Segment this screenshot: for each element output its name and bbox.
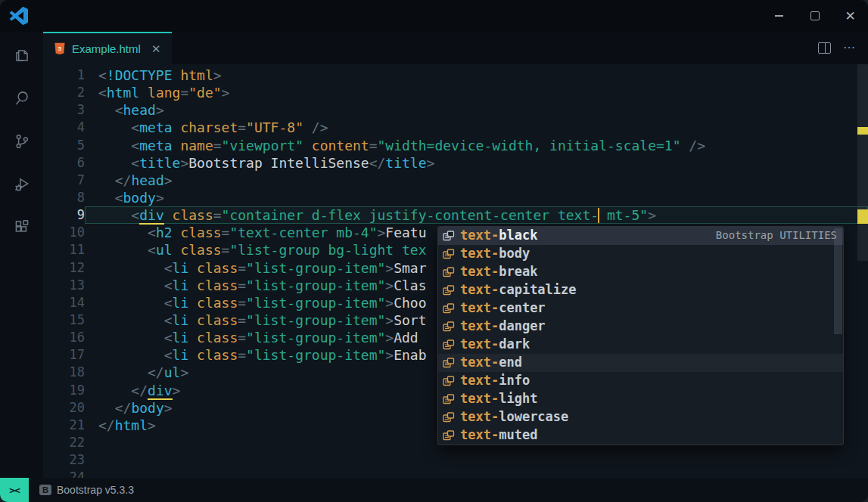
suggestion-label: text-info xyxy=(460,372,530,389)
code-editor[interactable]: 1<!DOCTYPE html>2<html lang="de">3 <head… xyxy=(43,64,868,478)
line-number: 22 xyxy=(43,434,85,451)
suggest-item-text-dark[interactable]: text-dark xyxy=(438,336,843,354)
suggestion-label: text-dark xyxy=(460,336,530,353)
line-number: 9 xyxy=(43,206,85,224)
title-bar: ✕ xyxy=(0,0,868,32)
status-bar: >< B Bootstrap v5.3.3 xyxy=(0,478,868,502)
more-actions-icon[interactable]: ⋯ xyxy=(843,45,856,50)
suggestion-label: text-light xyxy=(460,390,537,407)
suggestion-label: text-break xyxy=(460,263,537,280)
html5-icon: 5 xyxy=(54,42,66,55)
scrollbar-slider[interactable] xyxy=(857,64,868,261)
suggestion-kind-icon xyxy=(443,430,455,441)
minimize-button[interactable] xyxy=(761,0,797,32)
maximize-button[interactable] xyxy=(797,0,832,32)
run-debug-icon[interactable] xyxy=(11,173,33,196)
suggest-item-text-black[interactable]: text-blackBootstrap UTILITIES xyxy=(438,227,843,245)
editor-actions: ⋯ xyxy=(818,32,868,64)
line-number: 7 xyxy=(43,172,85,189)
line-number: 8 xyxy=(43,189,85,206)
suggestion-label: text-danger xyxy=(460,318,546,335)
extensions-icon[interactable] xyxy=(11,216,33,239)
suggestion-kind-icon xyxy=(443,231,455,241)
suggestion-label: text-center xyxy=(460,299,546,317)
code-line-8[interactable]: 8 <body> xyxy=(43,189,868,206)
code-line-7[interactable]: 7 </head> xyxy=(43,172,868,189)
suggest-item-text-danger[interactable]: text-danger xyxy=(438,318,843,336)
code-line-1[interactable]: 1<!DOCTYPE html> xyxy=(43,67,868,84)
suggest-item-text-end[interactable]: text-end xyxy=(438,354,843,372)
tab-bar: 5 Example.html ✕ ⋯ xyxy=(43,32,868,64)
window-controls: ✕ xyxy=(761,0,868,32)
line-number: 18 xyxy=(43,364,85,381)
explorer-icon[interactable] xyxy=(11,44,33,67)
line-number: 23 xyxy=(43,451,85,469)
suggestion-detail: Bootstrap UTILITIES xyxy=(716,227,837,244)
suggestion-kind-icon xyxy=(443,321,455,332)
line-number: 13 xyxy=(43,277,85,294)
suggest-item-text-break[interactable]: text-break xyxy=(438,263,843,281)
remote-indicator[interactable]: >< xyxy=(0,478,29,502)
suggestion-kind-icon xyxy=(443,339,455,350)
suggestion-kind-icon xyxy=(443,376,455,386)
suggestion-label: text-lowercase xyxy=(460,408,568,426)
line-number: 12 xyxy=(43,259,85,277)
line-number: 3 xyxy=(43,101,85,119)
suggestion-kind-icon xyxy=(443,249,455,259)
tab-label: Example.html xyxy=(72,42,141,55)
status-item-bootstrap[interactable]: B Bootstrap v5.3.3 xyxy=(39,484,134,496)
intellisense-suggest-widget: text-blackBootstrap UTILITIES text-body … xyxy=(437,226,844,445)
vscode-window: ✕ xyxy=(0,0,868,502)
code-line-2[interactable]: 2<html lang="de"> xyxy=(43,84,868,101)
suggestion-kind-icon xyxy=(443,285,455,296)
code-line-24[interactable]: 24 xyxy=(43,469,868,478)
search-icon[interactable] xyxy=(11,87,33,110)
code-line-9[interactable]: 9 <div class="container d-flex justify-c… xyxy=(43,206,868,224)
suggest-item-text-body[interactable]: text-body xyxy=(438,245,843,263)
suggestion-label: text-black xyxy=(460,227,537,244)
close-button[interactable]: ✕ xyxy=(832,0,868,32)
code-line-23[interactable]: 23 xyxy=(43,451,868,469)
tab-example-html[interactable]: 5 Example.html ✕ xyxy=(43,32,172,64)
editor-scrollbar[interactable] xyxy=(857,64,868,478)
line-number: 5 xyxy=(43,137,85,154)
maximize-icon xyxy=(810,11,820,20)
suggest-item-text-capitalize[interactable]: text-capitalize xyxy=(438,281,843,299)
code-line-5[interactable]: 5 <meta name="viewport" content="width=d… xyxy=(43,137,868,154)
line-number: 19 xyxy=(43,382,85,399)
source-control-icon[interactable] xyxy=(11,130,33,153)
line-number: 4 xyxy=(43,119,85,136)
line-number: 14 xyxy=(43,294,85,311)
overview-ruler-mark xyxy=(857,209,868,224)
bootstrap-version-label: Bootstrap v5.3.3 xyxy=(57,484,134,496)
suggestion-label: text-capitalize xyxy=(460,281,577,299)
code-line-6[interactable]: 6 <title>Bootstrap IntelliSense</title> xyxy=(43,154,868,172)
suggestion-label: text-end xyxy=(460,354,522,371)
line-number: 17 xyxy=(43,346,85,364)
suggestion-label: text-body xyxy=(460,245,530,262)
minimize-icon xyxy=(775,15,783,17)
vscode-logo-icon xyxy=(10,7,28,25)
suggest-item-text-lowercase[interactable]: text-lowercase xyxy=(438,408,843,426)
suggest-scrollbar[interactable] xyxy=(834,228,842,334)
suggestion-label: text-muted xyxy=(460,426,537,444)
code-line-3[interactable]: 3 <head> xyxy=(43,101,868,119)
line-number: 10 xyxy=(43,224,85,241)
tab-close-icon[interactable]: ✕ xyxy=(151,42,161,56)
suggest-item-text-muted[interactable]: text-muted xyxy=(438,426,843,445)
suggest-item-text-light[interactable]: text-light xyxy=(438,390,843,408)
suggestion-kind-icon xyxy=(443,358,455,368)
suggestion-kind-icon xyxy=(443,267,455,277)
code-line-4[interactable]: 4 <meta charset="UTF-8" /> xyxy=(43,119,868,136)
line-number: 15 xyxy=(43,311,85,329)
close-icon: ✕ xyxy=(845,10,855,23)
svg-text:5: 5 xyxy=(58,45,62,52)
suggest-item-text-info[interactable]: text-info xyxy=(438,372,843,390)
suggestion-kind-icon xyxy=(443,394,455,404)
line-number: 2 xyxy=(43,84,85,101)
line-number: 1 xyxy=(43,67,85,84)
suggestion-kind-icon xyxy=(443,412,455,423)
suggest-item-text-center[interactable]: text-center xyxy=(438,299,843,318)
line-number: 21 xyxy=(43,417,85,434)
split-editor-icon[interactable] xyxy=(818,42,831,54)
